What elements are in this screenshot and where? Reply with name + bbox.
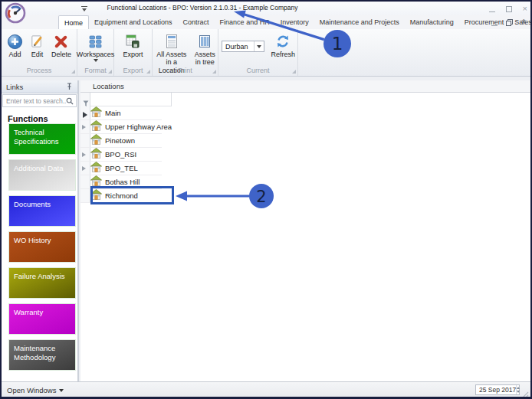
tab-equipment-and-locations[interactable]: Equipment and Locations [89,15,178,29]
app-window: Functional Locations - BPO: Version 2.1.… [0,0,532,399]
ribbon-group-format: Workspaces Format [77,29,114,76]
location-house-icon [90,120,102,134]
maximize-button[interactable] [506,2,512,15]
tree-row-upper-highway-area[interactable]: Upper Highway Area [80,120,162,134]
location-house-icon [90,189,102,203]
mdi-close-button[interactable]: × [521,18,526,26]
location-label: BPO_TEL [105,164,138,172]
functions-section-title: Functions [8,114,48,123]
refresh-icon [275,32,291,51]
title-bar: Functional Locations - BPO: Version 2.1.… [2,2,530,15]
resize-grip[interactable] [521,388,529,399]
function-failure-analysis[interactable]: Failure Analysis [8,267,76,299]
window-title: Functional Locations - BPO: Version 2.1.… [2,4,403,11]
expand-icon[interactable] [82,166,88,171]
export-icon [125,32,140,51]
print-assets-in-tree-button[interactable]: Assets in tree [192,31,218,67]
tree-row-richmond[interactable]: Richmond [80,189,162,203]
tab-manufacturing[interactable]: Manufacturing [405,15,459,29]
current-location-select[interactable]: Durban [222,41,264,52]
tree-row-bothas-hill[interactable]: Bothas Hill [80,175,162,189]
tree-row-pinetown[interactable]: Pinetown [80,134,162,148]
tree-row-bpo-tel[interactable]: BPO_TEL [80,162,162,175]
location-label: Pinetown [105,136,135,145]
status-bar: Open Windows 25 Sep 2017 [2,381,530,397]
tab-contract[interactable]: Contract [178,15,215,29]
ribbon-group-process: Add Edit Delete Process [2,29,77,76]
mdi-minimize-button[interactable] [491,15,498,29]
links-panel-header: Links [2,80,77,93]
filter-row[interactable] [90,93,171,106]
function-wo-history[interactable]: WO History [8,231,76,263]
edit-icon [29,32,45,51]
search-placeholder: Enter text to search... [3,97,66,105]
search-icon [66,94,76,108]
dialog-launcher-icon[interactable] [146,70,150,74]
tab-home[interactable]: Home [58,15,89,29]
location-house-icon [90,148,102,162]
refresh-button[interactable]: Refresh [268,31,297,59]
ribbon-group-export: Export Export [114,29,153,76]
location-label: Richmond [105,191,138,200]
delete-button[interactable]: Delete [49,31,74,59]
dialog-launcher-icon[interactable] [108,70,112,74]
dialog-launcher-icon[interactable] [71,70,75,74]
tree-row-bpo-rsi[interactable]: BPO_RSI [80,148,162,162]
ribbon-tab-bar: Home Equipment and Locations Contract Fi… [2,15,530,29]
workspaces-dropdown-icon [94,59,98,64]
tab-finance-and-hr[interactable]: Finance and HR [215,15,275,29]
dialog-launcher-icon[interactable] [292,70,296,74]
location-label: BPO_RSI [105,150,136,159]
locations-column-header[interactable]: Locations [80,80,530,93]
print-location-report-icon [165,32,179,51]
location-label: Upper Highway Area [105,123,172,131]
workspaces-button[interactable]: Workspaces [74,31,117,65]
pin-icon[interactable] [66,83,73,92]
date-field[interactable]: 25 Sep 2017 [475,384,520,395]
workspaces-icon [89,32,102,51]
minimize-button[interactable] [489,2,495,15]
function-technical-specifications[interactable]: Technical Specifications [8,123,76,155]
location-house-icon [90,106,102,120]
expand-icon[interactable] [82,125,88,129]
edit-button[interactable]: Edit [27,31,48,59]
print-tree-report-icon [198,32,212,51]
tree-row-main[interactable]: Main [80,106,162,120]
tab-maintenance-and-projects[interactable]: Maintenance and Projects [314,15,405,29]
links-panel: Links Enter text to search... Functions … [2,80,79,381]
locations-grid: Locations Main Upper Highway Area [80,80,530,381]
date-spinner[interactable] [516,385,520,394]
add-icon [7,32,23,51]
function-maintenance-methodology[interactable]: Maintenance Methodology [8,339,76,371]
dropdown-icon [59,389,64,394]
expand-icon[interactable] [82,152,88,157]
ribbon: Add Edit Delete Process [2,29,530,77]
location-label: Main [105,109,121,117]
location-label: Bothas Hill [105,178,140,186]
location-house-icon [90,134,102,148]
export-button[interactable]: Export [120,31,145,59]
app-logo-icon[interactable] [5,2,26,27]
mdi-restore-button[interactable] [506,15,513,29]
location-house-icon [90,175,102,189]
dialog-launcher-icon[interactable] [212,70,216,74]
tab-inventory[interactable]: Inventory [275,15,314,29]
combo-dropdown-icon[interactable] [254,41,264,51]
close-button[interactable]: × [523,5,527,13]
search-input[interactable]: Enter text to search... [2,94,77,107]
quick-access-dropdown-icon[interactable] [81,6,87,7]
ribbon-group-current: Durban Refresh Current [218,29,298,76]
open-windows-button[interactable]: Open Windows [7,386,64,394]
function-additional-data[interactable]: Additional Data [8,159,76,191]
ribbon-group-print: All Assets in a Location Assets in tree … [153,29,218,76]
function-warranty[interactable]: Warranty [8,303,76,335]
add-button[interactable]: Add [5,31,25,59]
delete-icon [53,32,69,51]
location-house-icon [90,162,102,175]
function-documents[interactable]: Documents [8,195,76,227]
